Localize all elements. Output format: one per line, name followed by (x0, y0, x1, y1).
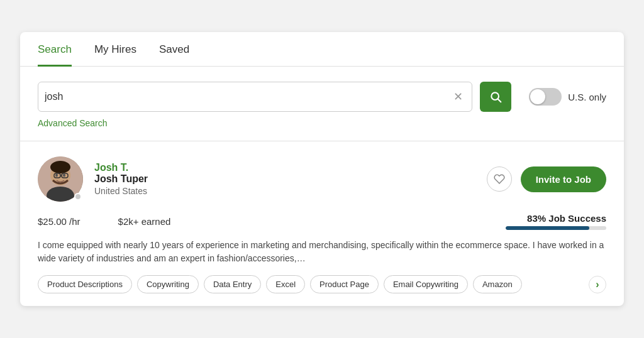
tag-product-page[interactable]: Product Page (310, 275, 379, 293)
tab-saved[interactable]: Saved (159, 32, 189, 67)
toggle-label: U.S. only (568, 92, 606, 102)
tag-amazon[interactable]: Amazon (473, 275, 522, 293)
advanced-search-link[interactable]: Advanced Search (38, 118, 606, 128)
tags-row: Product Descriptions Copywriting Data En… (38, 275, 606, 293)
svg-point-5 (50, 161, 70, 173)
bio-text: I come equipped with nearly 10 years of … (38, 239, 606, 265)
invite-to-job-button[interactable]: Invite to Job (521, 166, 606, 192)
tab-my-hires[interactable]: My Hires (94, 32, 136, 67)
profile-location: United States (94, 186, 148, 196)
job-success: 83% Job Success (506, 213, 606, 230)
us-only-toggle[interactable] (529, 88, 562, 106)
tag-product-descriptions[interactable]: Product Descriptions (38, 275, 132, 293)
tag-data-entry[interactable]: Data Entry (204, 275, 261, 293)
profile-full-name: Josh Tuper (94, 173, 148, 185)
search-row: ✕ U.S. only (38, 82, 606, 112)
avatar-wrap (38, 156, 83, 202)
tag-copywriting[interactable]: Copywriting (137, 275, 199, 293)
job-success-bar-fill (506, 226, 589, 230)
tab-search[interactable]: Search (38, 32, 72, 67)
result-left: Josh T. Josh Tuper United States (38, 156, 148, 202)
toggle-knob (530, 89, 545, 104)
stats-row: $25.00 /hr $2k+ earned 83% Job Success (38, 213, 606, 230)
tag-email-copywriting[interactable]: Email Copywriting (384, 275, 468, 293)
main-card: Search My Hires Saved ✕ U.S. only (20, 32, 624, 306)
online-status-dot (74, 193, 82, 200)
profile-display-name[interactable]: Josh T. (94, 162, 148, 173)
svg-point-7 (63, 174, 65, 177)
job-success-bar-wrap (506, 226, 606, 230)
heart-icon (494, 173, 505, 185)
clear-icon[interactable]: ✕ (453, 90, 463, 104)
earned-stat: $2k+ earned (118, 216, 171, 227)
rate-stat: $25.00 /hr (38, 216, 80, 227)
tag-excel[interactable]: Excel (266, 275, 305, 293)
search-icon (489, 90, 502, 103)
result-actions: Invite to Job (487, 166, 606, 192)
result-header: Josh T. Josh Tuper United States Invite … (38, 156, 606, 202)
svg-line-1 (498, 99, 501, 102)
tabs-bar: Search My Hires Saved (20, 32, 624, 67)
svg-point-6 (55, 174, 58, 177)
result-card: Josh T. Josh Tuper United States Invite … (20, 141, 624, 306)
search-area: ✕ U.S. only Advanced Search (20, 67, 624, 141)
toggle-wrap: U.S. only (529, 88, 606, 106)
search-input-wrap: ✕ (38, 82, 472, 112)
search-input[interactable] (45, 91, 453, 102)
search-button[interactable] (480, 82, 511, 112)
job-success-label: 83% Job Success (527, 213, 606, 224)
profile-info: Josh T. Josh Tuper United States (94, 162, 148, 196)
tags-scroll-right-button[interactable]: › (589, 276, 606, 293)
save-button[interactable] (487, 166, 512, 192)
